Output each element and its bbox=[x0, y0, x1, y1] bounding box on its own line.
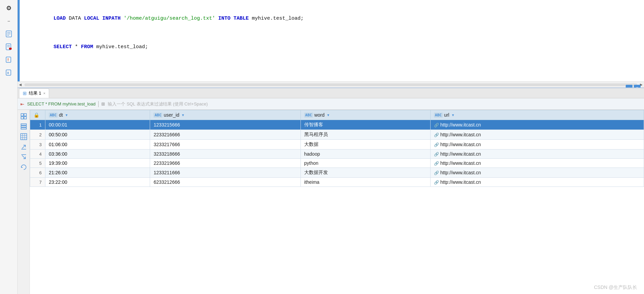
code-star: * bbox=[72, 44, 81, 50]
svg-rect-18 bbox=[21, 128, 26, 129]
main-area: LOAD DATA LOCAL INPATH '/home/atguigu/se… bbox=[18, 0, 644, 294]
gear-icon[interactable]: ⚙ bbox=[3, 3, 14, 14]
cell-url: 🔗http://www.itcast.cn bbox=[430, 140, 644, 150]
table-row[interactable]: 723:22:006233212666itheima🔗http://www.it… bbox=[30, 178, 644, 187]
cell-rownum: 6 bbox=[30, 168, 45, 178]
url-external-icon: 🔗 bbox=[434, 180, 439, 185]
url-external-icon: 🔗 bbox=[434, 171, 439, 175]
col-word-sort-arrow[interactable]: ▼ bbox=[327, 113, 330, 117]
cell-userid: 3233218666 bbox=[150, 150, 300, 159]
table-view-button[interactable] bbox=[19, 132, 28, 141]
cell-url: 🔗http://www.itcast.cn bbox=[430, 178, 644, 187]
query-bar: ⇤ SELECT * FROM myhive.test_load ⊞ 输入一个 … bbox=[18, 98, 644, 110]
cell-dt: 03:36:00 bbox=[45, 150, 150, 159]
col-userid-sort-arrow[interactable]: ▼ bbox=[181, 113, 185, 117]
editor-nav-arrows: ▲ ▼ bbox=[626, 85, 641, 88]
cell-userid: 1233215666 bbox=[150, 120, 300, 130]
svg-rect-15 bbox=[24, 117, 26, 119]
lock-icon: 🔒 bbox=[34, 112, 39, 118]
import-button[interactable] bbox=[19, 153, 28, 161]
kw-inpath: INPATH bbox=[102, 16, 121, 21]
scroll-left-arrow[interactable]: ◀ bbox=[18, 83, 23, 86]
results-tab-1[interactable]: ⊞ 结果 1 × bbox=[19, 89, 49, 98]
cell-userid: 6233212666 bbox=[150, 178, 300, 187]
cell-rownum: 4 bbox=[30, 150, 45, 159]
col-type-userid-icon: ABC bbox=[153, 113, 162, 118]
table-row[interactable]: 100:00:011233215666传智播客🔗http://www.itcas… bbox=[30, 120, 644, 130]
col-header-rownum: 🔒 bbox=[30, 110, 45, 120]
editor-scrollbar[interactable]: ◀ ▶ bbox=[18, 81, 644, 87]
file-icon[interactable] bbox=[3, 28, 14, 39]
refresh-button[interactable] bbox=[19, 163, 28, 172]
data-icon[interactable]: x bbox=[3, 67, 14, 78]
file-edit-icon[interactable] bbox=[3, 41, 14, 52]
data-table: 🔒 ABC dt ▼ bbox=[30, 110, 644, 187]
cell-userid: 1233211666 bbox=[150, 168, 300, 178]
table-row[interactable]: 519:39:002233219666python🔗http://www.itc… bbox=[30, 159, 644, 168]
col-header-url[interactable]: ABC url ▼ bbox=[430, 110, 644, 120]
cell-url: 🔗http://www.itcast.cn bbox=[430, 130, 644, 140]
cell-userid: 2233216666 bbox=[150, 130, 300, 140]
svg-rect-19 bbox=[21, 134, 27, 140]
col-type-dt-icon: ABC bbox=[49, 113, 58, 118]
nav-up-arrow[interactable]: ▲ bbox=[626, 85, 632, 88]
cell-dt: 01:06:00 bbox=[45, 140, 150, 150]
cell-url: 🔗http://www.itcast.cn bbox=[430, 159, 644, 168]
cell-dt: 00:00:01 bbox=[45, 120, 150, 130]
code-path: '/home/atguigu/search_log.txt' bbox=[121, 16, 215, 21]
code-line-2: SELECT * FROM myhive.test_load; bbox=[29, 34, 637, 60]
export-button[interactable] bbox=[19, 142, 28, 151]
svg-rect-16 bbox=[21, 124, 26, 125]
svg-rect-7 bbox=[9, 48, 12, 50]
table-row[interactable]: 403:36:003233218666hadoop🔗http://www.itc… bbox=[30, 150, 644, 159]
cell-dt: 19:39:00 bbox=[45, 159, 150, 168]
editor-left-border bbox=[18, 0, 20, 81]
scroll-track[interactable] bbox=[24, 83, 637, 86]
col-header-user_id[interactable]: ABC user_id ▼ bbox=[150, 110, 300, 120]
cell-word: python bbox=[300, 159, 430, 168]
left-action-bar bbox=[18, 110, 30, 294]
kw-into: INTO bbox=[215, 16, 230, 21]
svg-text:!: ! bbox=[7, 58, 9, 62]
col-header-dt[interactable]: ABC dt ▼ bbox=[45, 110, 150, 120]
code-line-1: LOAD DATA LOCAL INPATH '/home/atguigu/se… bbox=[29, 5, 637, 32]
filter-placeholder[interactable]: 输入一个 SQL 表达式来过滤结果 (使用 Ctrl+Space) bbox=[108, 101, 208, 107]
col-type-word-icon: ABC bbox=[304, 113, 313, 118]
cell-rownum: 5 bbox=[30, 159, 45, 168]
svg-rect-14 bbox=[21, 117, 23, 119]
warning-icon[interactable]: ! bbox=[3, 54, 14, 65]
code-table-ref-1: myhive.test_load; bbox=[249, 16, 304, 21]
svg-rect-13 bbox=[24, 114, 26, 116]
tab-label: 结果 1 bbox=[29, 90, 41, 96]
cell-word: 大数据 bbox=[300, 140, 430, 150]
col-dt-sort-arrow[interactable]: ▼ bbox=[65, 113, 68, 117]
col-url-sort-arrow[interactable]: ▼ bbox=[451, 113, 455, 117]
kw-from: FROM bbox=[81, 44, 93, 50]
cell-userid: 2233219666 bbox=[150, 159, 300, 168]
filter-button[interactable] bbox=[19, 122, 28, 131]
table-body: 100:00:011233215666传智播客🔗http://www.itcas… bbox=[30, 120, 644, 187]
query-text-display: SELECT * FROM myhive.test_load bbox=[27, 101, 96, 106]
tab-close-button[interactable]: × bbox=[43, 91, 45, 95]
nav-down-arrow[interactable]: ▼ bbox=[634, 85, 641, 88]
cell-dt: 00:50:00 bbox=[45, 130, 150, 140]
data-table-container[interactable]: 🔒 ABC dt ▼ bbox=[30, 110, 644, 294]
table-row[interactable]: 621:26:001233211666大数据开发🔗http://www.itca… bbox=[30, 168, 644, 178]
grid-view-button[interactable] bbox=[19, 112, 28, 121]
svg-rect-17 bbox=[21, 126, 26, 127]
kw-load: LOAD bbox=[54, 16, 66, 21]
left-sidebar: ⚙ ···· ! x bbox=[0, 0, 18, 294]
url-external-icon: 🔗 bbox=[434, 123, 439, 128]
cell-rownum: 2 bbox=[30, 130, 45, 140]
results-panel: ⊞ 结果 1 × ⇤ SELECT * FROM myhive.test_loa… bbox=[18, 88, 644, 294]
cell-word: 大数据开发 bbox=[300, 168, 430, 178]
cell-rownum: 7 bbox=[30, 178, 45, 187]
cell-word: 黑马程序员 bbox=[300, 130, 430, 140]
table-row[interactable]: 200:50:002233216666黑马程序员🔗http://www.itca… bbox=[30, 130, 644, 140]
url-external-icon: 🔗 bbox=[434, 133, 439, 137]
filter-expand-icon: ⊞ bbox=[101, 101, 105, 106]
table-row[interactable]: 301:06:003233217666大数据🔗http://www.itcast… bbox=[30, 140, 644, 150]
cell-dt: 23:22:00 bbox=[45, 178, 150, 187]
col-header-word[interactable]: ABC word ▼ bbox=[300, 110, 430, 120]
dots-icon[interactable]: ···· bbox=[3, 16, 14, 26]
